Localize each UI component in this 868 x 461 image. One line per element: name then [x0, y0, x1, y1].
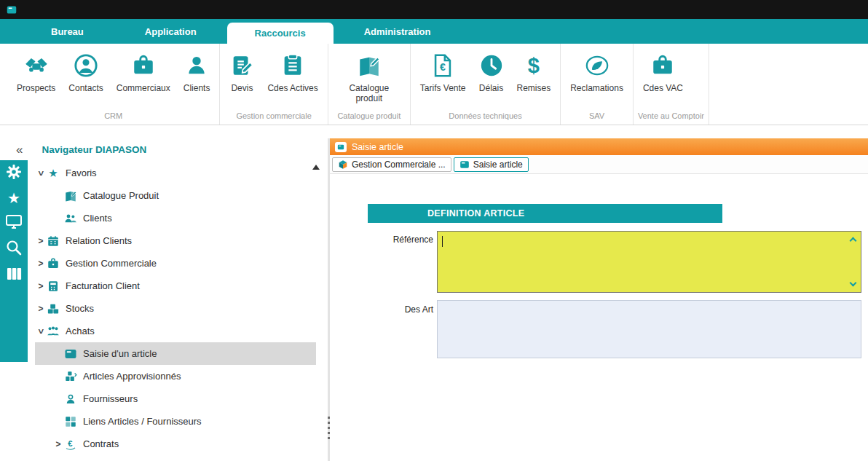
ribbon-group-title: CRM	[10, 109, 216, 125]
application-window: BureauApplicationRaccourcisAdministratio…	[0, 0, 868, 461]
text-cursor	[442, 236, 443, 247]
side-toolbar-button-gear[interactable]	[5, 163, 23, 184]
star-icon: ★	[47, 167, 60, 180]
window-icon	[459, 159, 470, 170]
collapse-arrow-icon[interactable]: >	[36, 168, 46, 179]
tree-item-stocks[interactable]: >Stocks	[35, 297, 316, 320]
ribbon-group-items: Catalogue produit	[331, 44, 407, 109]
contracts-icon: €	[64, 438, 77, 451]
ribbon-button-remises[interactable]: $Remises	[510, 53, 558, 93]
expand-arrow-icon[interactable]: >	[35, 281, 47, 291]
tree-item-fournisseurs[interactable]: >Fournisseurs	[35, 387, 316, 410]
tree-item-label: Saisie d'un article	[83, 348, 157, 359]
tree-item-label: Articles Approvisionnés	[83, 371, 181, 382]
ribbon-tab-raccourcis[interactable]: Raccourcis	[227, 23, 334, 44]
tree-item-clients[interactable]: >Clients	[35, 207, 316, 229]
tree-item-liens-articles-fournisseurs[interactable]: >Liens Articles / Fournisseurs	[35, 410, 316, 433]
contact-person-icon	[74, 53, 98, 78]
document-title: Saisie article	[352, 142, 403, 152]
navigator-tree: >★Favoris>Catalogue Produit>Clients>Rela…	[35, 162, 316, 455]
document-window: Saisie article Gestion Commerciale ...Sa…	[330, 138, 868, 461]
briefcase-icon	[47, 257, 60, 270]
tree-item-label: Fournisseurs	[83, 393, 138, 404]
ribbon-button-reclamations[interactable]: Reclamations	[564, 53, 630, 93]
des-art-label: Des Art	[353, 304, 433, 315]
side-toolbar-button-monitor[interactable]	[5, 213, 23, 233]
tree-item-label: Gestion Commerciale	[66, 258, 157, 269]
document-tab-gestion-commerciale[interactable]: Gestion Commerciale ...	[332, 157, 451, 172]
tree-item-saisie-d-un-article[interactable]: >Saisie d'un article	[35, 342, 316, 365]
tree-item-facturation-client[interactable]: >Facturation Client	[35, 275, 316, 297]
collapse-arrow-icon[interactable]: >	[36, 326, 46, 337]
handshake-icon	[24, 53, 49, 78]
ribbon-button-label: Reclamations	[570, 83, 623, 93]
tree-item-gestion-commerciale[interactable]: >Gestion Commerciale	[35, 252, 316, 275]
ribbon-button-clients[interactable]: Clients	[177, 53, 217, 93]
des-art-input[interactable]	[437, 300, 861, 358]
tree-item-favoris[interactable]: >★Favoris	[35, 162, 316, 184]
tree-item-catalogue-produit[interactable]: >Catalogue Produit	[35, 184, 316, 207]
scroll-up-chevron-icon[interactable]	[850, 237, 857, 245]
ribbon-button-cdes-actives[interactable]: Cdes Actives	[261, 53, 324, 93]
ribbon-button-catalogue-produit[interactable]: Catalogue produit	[331, 53, 407, 104]
app-window-icon	[5, 4, 18, 15]
tree-item-contrats[interactable]: >€Contrats	[35, 433, 316, 455]
ribbon-button-commerciaux[interactable]: Commerciaux	[110, 53, 177, 93]
search-icon	[5, 239, 23, 256]
ribbon-button-contacts[interactable]: Contacts	[62, 53, 109, 93]
ribbon-button-label: Cdes Actives	[267, 83, 317, 93]
expand-arrow-icon[interactable]: >	[35, 236, 47, 246]
ribbon-group-items: €Tarifs VenteDélais$Remises	[414, 44, 557, 109]
ribbon-button-cdes-vac[interactable]: Cdes VAC	[636, 53, 690, 93]
tree-item-label: Facturation Client	[66, 280, 140, 291]
side-toolbar-button-search[interactable]	[5, 239, 23, 259]
ribbon-group-title: Vente au Comptoir	[636, 109, 706, 125]
side-toolbar: ★	[0, 160, 28, 362]
tree-item-label: Liens Articles / Fournisseurs	[83, 416, 202, 427]
expand-arrow-icon[interactable]: >	[52, 439, 64, 449]
ribbon-tab-application[interactable]: Application	[114, 19, 227, 44]
document-tab-saisie-article[interactable]: Saisie article	[454, 157, 529, 172]
ribbon-button-prospects[interactable]: Prospects	[10, 53, 62, 93]
ribbon-group-title: SAV	[564, 109, 630, 125]
star-icon: ★	[5, 189, 23, 207]
ribbon-button-devis[interactable]: Devis	[223, 53, 261, 93]
ribbon-tab-bureau[interactable]: Bureau	[20, 19, 114, 44]
tree-item-articles-approvisionnes[interactable]: >Articles Approvisionnés	[35, 365, 316, 387]
tree-item-achats[interactable]: >Achats	[35, 320, 316, 342]
document-body: DEFINITION ARTICLE RéférenceDes Art	[330, 174, 868, 461]
side-toolbar-button-columns[interactable]	[5, 265, 23, 285]
monitor-icon	[5, 213, 23, 230]
collapse-panel-button[interactable]: «	[16, 143, 23, 156]
document-window-icon-chip	[335, 142, 347, 152]
reference-label: Référence	[353, 235, 433, 245]
briefcase-icon	[650, 53, 675, 78]
people-icon	[64, 212, 77, 225]
ribbon: ProspectsContactsCommerciauxClientsCRMDe…	[0, 44, 868, 125]
ribbon-tab-administration[interactable]: Administration	[334, 19, 462, 44]
scroll-down-chevron-icon[interactable]	[850, 280, 857, 287]
side-toolbar-button-star[interactable]: ★	[5, 189, 23, 207]
expand-arrow-icon[interactable]: >	[35, 304, 47, 314]
ribbon-button-delais[interactable]: Délais	[473, 53, 510, 93]
dollar-icon: $	[521, 53, 546, 78]
links-icon	[64, 415, 77, 428]
ribbon-button-label: Cdes VAC	[643, 83, 683, 93]
columns-icon	[5, 265, 23, 283]
ribbon-group-crm: ProspectsContactsCommerciauxClientsCRM	[7, 44, 220, 125]
order-list-icon	[280, 53, 305, 78]
tree-item-relation-clients[interactable]: >Relation Clients	[35, 229, 316, 252]
ribbon-group-items: Cdes VAC	[636, 44, 706, 109]
scroll-up-arrow-icon[interactable]	[312, 165, 320, 170]
ribbon-button-label: Commerciaux	[117, 83, 170, 93]
tree-item-label: Stocks	[66, 303, 94, 314]
ribbon-group-title: Catalogue produit	[331, 109, 407, 125]
ribbon-button-label: Catalogue produit	[338, 83, 401, 104]
ribbon-group-title: Gestion commerciale	[223, 109, 324, 125]
expand-arrow-icon[interactable]: >	[35, 259, 47, 269]
tree-item-label: Clients	[83, 213, 112, 224]
reference-input[interactable]	[437, 231, 861, 293]
ribbon-button-label: Remises	[517, 83, 551, 93]
ribbon-button-tarifs-vente[interactable]: €Tarifs Vente	[414, 53, 473, 93]
invoice-icon	[47, 280, 60, 293]
